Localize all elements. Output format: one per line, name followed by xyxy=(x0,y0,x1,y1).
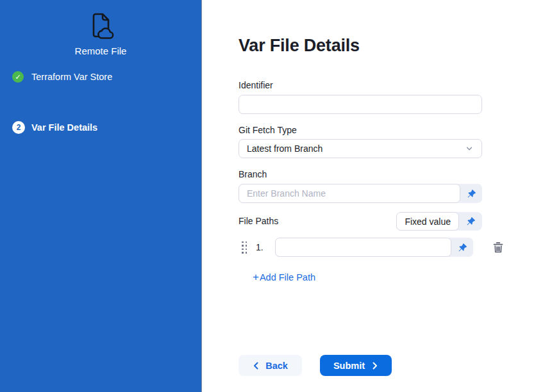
back-label: Back xyxy=(265,361,288,371)
branch-label: Branch xyxy=(239,169,482,180)
sidebar-step-var-file-details[interactable]: 2 Var File Details xyxy=(12,121,97,134)
identifier-input[interactable] xyxy=(239,95,482,114)
back-button[interactable]: Back xyxy=(239,355,302,376)
step-label: Terraform Var Store xyxy=(31,72,112,82)
fixed-value-dropdown[interactable]: Fixed value xyxy=(396,212,459,231)
chevron-left-icon xyxy=(253,362,260,370)
file-paths-header: File Paths Fixed value xyxy=(239,212,482,231)
submit-label: Submit xyxy=(333,361,365,371)
add-file-path-label: Add File Path xyxy=(260,272,315,282)
pin-icon xyxy=(467,189,476,199)
step-label: Var File Details xyxy=(31,122,97,133)
page-title: Var File Details xyxy=(239,35,536,56)
chevron-down-icon xyxy=(465,144,474,153)
file-paths-input-type-group: Fixed value xyxy=(396,212,482,231)
plus-icon: + xyxy=(253,273,259,282)
branch-input-group xyxy=(239,184,482,203)
file-path-input[interactable] xyxy=(275,238,451,257)
delete-file-path-button[interactable] xyxy=(492,241,504,254)
file-paths-label: File Paths xyxy=(239,216,278,227)
file-path-row: 1. xyxy=(239,238,504,257)
file-paths-runtime-pin-button[interactable] xyxy=(459,212,482,231)
store-type-label: Remote File xyxy=(0,45,201,56)
var-file-dialog: Remote File ✓ Terraform Var Store 2 Var … xyxy=(0,0,536,392)
file-path-input-group xyxy=(275,238,473,257)
chevron-right-icon xyxy=(371,362,378,370)
identifier-label: Identifier xyxy=(239,80,482,91)
file-path-runtime-pin-button[interactable] xyxy=(451,238,473,257)
sidebar-step-terraform-var-store[interactable]: ✓ Terraform Var Store xyxy=(12,71,112,83)
submit-button[interactable]: Submit xyxy=(320,355,392,376)
git-fetch-type-value: Latest from Branch xyxy=(247,143,322,154)
step-complete-check-icon: ✓ xyxy=(12,71,24,83)
wizard-sidebar: Remote File ✓ Terraform Var Store 2 Var … xyxy=(0,0,202,392)
wizard-footer: Back Submit xyxy=(239,355,482,376)
pin-icon xyxy=(458,243,467,252)
var-file-details-panel: Var File Details Identifier Git Fetch Ty… xyxy=(202,0,536,392)
add-file-path-button[interactable]: + Add File Path xyxy=(253,272,315,282)
store-type: Remote File xyxy=(0,10,201,56)
step-number-badge: 2 xyxy=(12,121,25,134)
var-file-form: Identifier Git Fetch Type Latest from Br… xyxy=(239,80,482,376)
drag-handle-icon[interactable] xyxy=(242,241,247,254)
git-fetch-type-label: Git Fetch Type xyxy=(239,125,482,136)
file-path-row-number: 1. xyxy=(256,242,269,252)
remote-file-cloud-document-icon xyxy=(85,10,116,41)
branch-runtime-pin-button[interactable] xyxy=(460,184,482,203)
trash-icon xyxy=(492,241,504,254)
pin-icon xyxy=(466,216,476,226)
git-fetch-type-select[interactable]: Latest from Branch xyxy=(239,139,482,158)
branch-input[interactable] xyxy=(239,184,460,203)
